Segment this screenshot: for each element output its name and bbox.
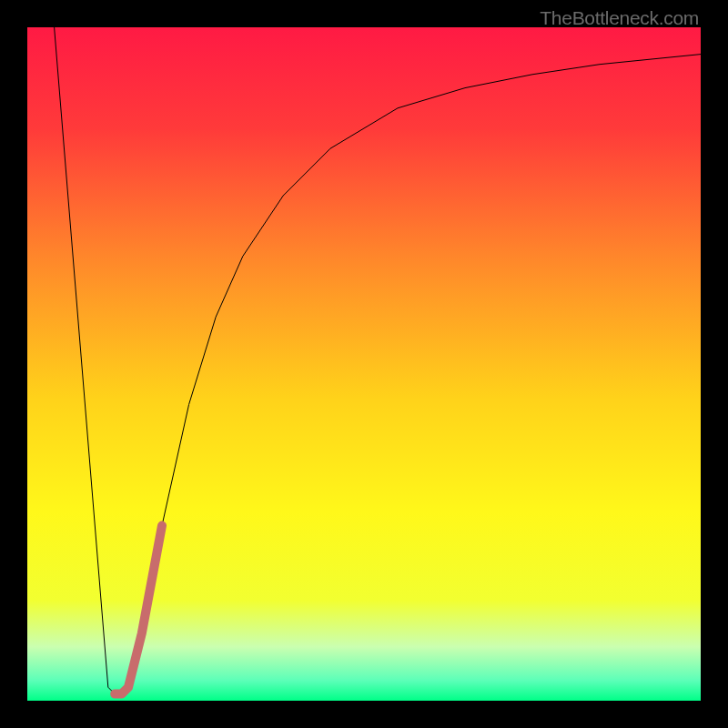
watermark-label: TheBottleneck.com (540, 7, 699, 29)
plot-area (27, 27, 701, 701)
chart-container: TheBottleneck.com (0, 0, 728, 728)
chart-svg (27, 27, 701, 701)
